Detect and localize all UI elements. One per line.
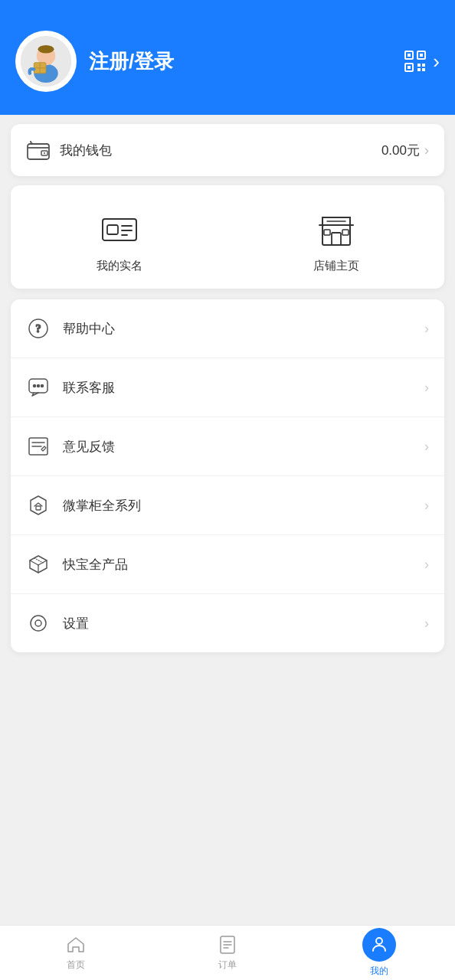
wallet-label: 我的钱包	[60, 142, 381, 159]
svg-rect-15	[417, 68, 421, 71]
mine-active-circle	[362, 928, 396, 962]
store-icon	[315, 208, 358, 251]
wallet-chevron: ›	[424, 142, 429, 158]
svg-point-19	[44, 152, 45, 154]
help-icon: ?	[26, 316, 51, 341]
nav-mine-label: 我的	[370, 965, 388, 978]
svg-point-45	[35, 620, 41, 626]
header: 注册/登录 ›	[0, 0, 455, 115]
svg-text:?: ?	[36, 323, 41, 335]
id-card-icon	[98, 208, 141, 251]
svg-point-50	[376, 938, 382, 944]
qr-icon[interactable]	[404, 50, 427, 73]
menu-item-help-center[interactable]: ? 帮助中心 ›	[11, 299, 444, 358]
nav-home-label: 首页	[67, 959, 85, 972]
feedback-icon	[26, 434, 51, 459]
orders-nav-icon	[217, 934, 238, 956]
svg-line-43	[34, 558, 43, 563]
menu-kuaibao-chevron: ›	[424, 557, 429, 573]
settings-icon	[26, 611, 51, 635]
menu-help-chevron: ›	[424, 321, 429, 337]
cabinet-icon	[26, 493, 51, 518]
menu-contact-chevron: ›	[424, 380, 429, 396]
menu-feedback-chevron: ›	[424, 439, 429, 455]
quick-actions: 我的实名 店铺主页	[11, 185, 444, 289]
svg-rect-21	[107, 225, 118, 234]
svg-point-35	[41, 385, 44, 387]
menu-help-label: 帮助中心	[63, 320, 424, 338]
svg-rect-27	[324, 230, 330, 235]
svg-rect-10	[420, 54, 423, 57]
svg-rect-8	[408, 54, 411, 57]
svg-rect-17	[28, 144, 49, 159]
nav-orders-label: 订单	[218, 959, 237, 972]
wallet-card[interactable]: 我的钱包 0.00元 ›	[11, 124, 444, 176]
svg-line-40	[30, 560, 38, 565]
home-nav-icon	[65, 934, 87, 956]
chat-icon	[26, 375, 51, 400]
menu-weizhangui-label: 微掌柜全系列	[63, 497, 424, 514]
menu-list: ? 帮助中心 › 联系客服 › 意见反	[11, 299, 444, 652]
menu-weizhangui-chevron: ›	[424, 498, 429, 514]
svg-point-33	[34, 385, 36, 387]
svg-point-3	[38, 45, 54, 54]
menu-item-settings[interactable]: 设置 ›	[11, 594, 444, 652]
svg-rect-26	[332, 233, 341, 245]
svg-rect-14	[422, 64, 425, 67]
box-icon	[26, 552, 51, 577]
svg-rect-16	[422, 68, 425, 71]
header-title: 注册/登录	[89, 48, 391, 75]
menu-feedback-label: 意见反馈	[63, 438, 424, 456]
menu-item-contact-service[interactable]: 联系客服 ›	[11, 358, 444, 417]
wallet-icon	[26, 138, 51, 162]
svg-point-34	[38, 385, 40, 387]
menu-item-feedback[interactable]: 意见反馈 ›	[11, 417, 444, 476]
nav-item-orders[interactable]: 订单	[152, 934, 303, 972]
header-actions: ›	[404, 50, 440, 74]
svg-rect-28	[342, 230, 349, 235]
wallet-amount: 0.00元	[381, 142, 420, 159]
menu-contact-label: 联系客服	[63, 379, 424, 397]
action-store-home-label: 店铺主页	[313, 259, 359, 273]
menu-kuaibao-label: 快宝全产品	[63, 556, 424, 573]
menu-settings-chevron: ›	[424, 616, 429, 632]
nav-item-mine[interactable]: 我的	[303, 928, 455, 978]
svg-rect-12	[408, 66, 411, 69]
menu-settings-label: 设置	[63, 615, 424, 632]
svg-rect-13	[417, 64, 421, 67]
menu-item-kuaibao[interactable]: 快宝全产品 ›	[11, 535, 444, 594]
svg-point-44	[31, 616, 46, 631]
svg-rect-39	[36, 506, 41, 510]
action-store-home[interactable]: 店铺主页	[313, 208, 359, 273]
menu-item-weizhangui[interactable]: 微掌柜全系列 ›	[11, 476, 444, 535]
nav-item-home[interactable]: 首页	[0, 934, 152, 972]
header-chevron[interactable]: ›	[433, 50, 440, 74]
bottom-nav: 首页 订单 我的	[0, 925, 455, 980]
avatar[interactable]	[15, 31, 77, 92]
action-real-name-label: 我的实名	[97, 259, 142, 273]
action-real-name[interactable]: 我的实名	[97, 208, 142, 273]
